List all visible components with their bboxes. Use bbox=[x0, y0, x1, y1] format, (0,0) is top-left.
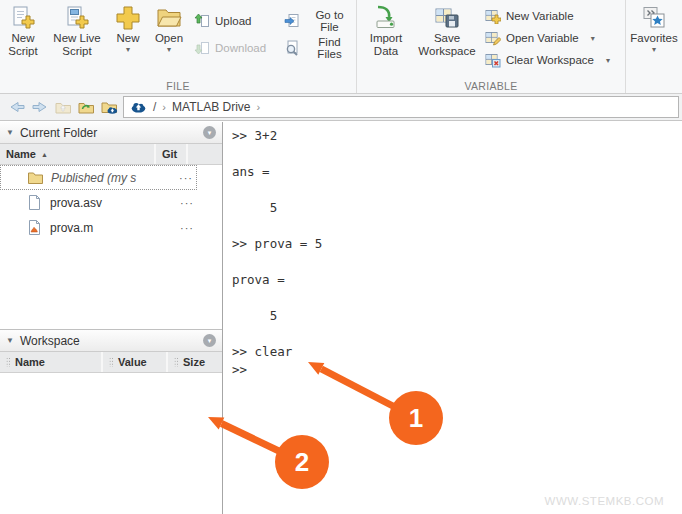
sync-folder-button[interactable] bbox=[74, 97, 97, 117]
go-to-file-icon bbox=[284, 13, 300, 29]
new-live-script-button[interactable]: New Live Script bbox=[46, 3, 108, 58]
command-line: 5 bbox=[232, 199, 682, 217]
new-live-script-label: New Live Script bbox=[47, 32, 107, 58]
current-folder-title: Current Folder bbox=[20, 126, 97, 140]
command-line bbox=[232, 181, 682, 199]
favorites-button[interactable]: Favorites ▾ bbox=[626, 3, 682, 54]
toolstrip: New Script New Live Script New ▾ Open ▾ bbox=[0, 0, 682, 94]
open-variable-button[interactable]: Open Variable ▾ bbox=[485, 29, 623, 47]
download-icon bbox=[194, 40, 210, 56]
clear-workspace-icon bbox=[485, 52, 501, 68]
command-line: >> bbox=[232, 361, 682, 379]
workspace-column-headers: Name Value Size bbox=[0, 352, 222, 373]
find-button-stack: Go to File Find Files bbox=[284, 3, 354, 57]
import-data-label: Import Data bbox=[362, 32, 410, 58]
panel-options-button[interactable]: ▾ bbox=[203, 334, 216, 347]
new-label: New bbox=[116, 32, 139, 45]
new-variable-button[interactable]: New Variable bbox=[485, 7, 623, 25]
annotation-badge-2: 2 bbox=[275, 435, 329, 489]
command-line bbox=[232, 145, 682, 163]
upload-icon bbox=[194, 13, 210, 29]
matlab-online-window: New Script New Live Script New ▾ Open ▾ bbox=[0, 0, 682, 514]
clear-workspace-label: Clear Workspace bbox=[506, 54, 594, 66]
command-line: 5 bbox=[232, 307, 682, 325]
new-script-button[interactable]: New Script bbox=[0, 3, 46, 58]
upload-label: Upload bbox=[215, 15, 251, 27]
row-menu-button[interactable]: ··· bbox=[180, 222, 194, 234]
download-label: Download bbox=[215, 42, 266, 54]
workspace-panel: ▼ Workspace ▾ Name Value Size bbox=[0, 329, 222, 493]
download-button[interactable]: Download bbox=[194, 39, 284, 57]
forward-button[interactable] bbox=[28, 97, 51, 117]
annotation-badge-1: 1 bbox=[389, 391, 443, 445]
column-name-label: Name bbox=[6, 148, 36, 160]
open-button[interactable]: Open ▾ bbox=[148, 3, 190, 54]
workspace-column-name[interactable]: Name bbox=[0, 352, 103, 372]
drag-handle-icon bbox=[109, 357, 113, 367]
new-live-script-icon bbox=[64, 5, 90, 31]
new-variable-label: New Variable bbox=[506, 10, 574, 22]
file-row-prova-asv[interactable]: prova.asv ··· bbox=[0, 190, 197, 215]
chevron-down-icon: ▾ bbox=[167, 46, 171, 54]
import-data-icon bbox=[373, 5, 399, 31]
toolstrip-section-favorites: Favorites ▾ bbox=[626, 0, 682, 93]
file-row-prova-m[interactable]: prova.m ··· bbox=[0, 215, 197, 240]
forward-arrow-icon bbox=[31, 98, 49, 116]
drag-handle-icon bbox=[6, 357, 10, 367]
cloud-folder-button[interactable] bbox=[97, 97, 120, 117]
open-folder-icon bbox=[156, 5, 182, 31]
back-button[interactable] bbox=[5, 97, 28, 117]
back-arrow-icon bbox=[8, 98, 26, 116]
current-folder-panel: ▼ Current Folder ▾ Name ▲ Git Published … bbox=[0, 122, 222, 240]
import-data-button[interactable]: Import Data bbox=[361, 3, 411, 58]
matlab-drive-cloud-icon bbox=[130, 99, 147, 115]
breadcrumb-item-matlab-drive[interactable]: MATLAB Drive bbox=[172, 100, 250, 114]
upload-button[interactable]: Upload bbox=[194, 12, 284, 30]
command-line bbox=[232, 289, 682, 307]
file-section-label: FILE bbox=[0, 80, 356, 92]
new-script-label: New Script bbox=[1, 32, 45, 58]
drag-handle-icon bbox=[174, 357, 178, 367]
open-variable-label: Open Variable bbox=[506, 32, 579, 44]
command-line bbox=[232, 325, 682, 343]
folder-up-icon bbox=[54, 98, 72, 116]
transfer-button-stack: Upload Download bbox=[194, 3, 284, 57]
workspace-column-value[interactable]: Value bbox=[103, 352, 168, 372]
row-menu-button[interactable]: ··· bbox=[180, 197, 194, 209]
workspace-empty-body[interactable] bbox=[0, 373, 222, 493]
new-plus-icon bbox=[115, 5, 141, 31]
command-line: >> 3+2 bbox=[232, 127, 682, 145]
go-to-file-button[interactable]: Go to File bbox=[284, 12, 354, 30]
command-line bbox=[232, 253, 682, 271]
folder-sync-icon bbox=[77, 98, 95, 116]
panel-options-button[interactable]: ▾ bbox=[203, 126, 216, 139]
new-button[interactable]: New ▾ bbox=[108, 3, 148, 54]
file-icon bbox=[26, 194, 43, 211]
new-script-icon bbox=[10, 5, 36, 31]
chevron-down-icon: ▾ bbox=[126, 46, 130, 54]
toolstrip-section-variable: Import Data Save Workspace New Variable … bbox=[357, 0, 626, 93]
file-name: prova.m bbox=[50, 221, 173, 235]
breadcrumb-separator-icon: › bbox=[162, 101, 166, 113]
collapse-triangle-icon[interactable]: ▼ bbox=[6, 336, 14, 345]
find-files-button[interactable]: Find Files bbox=[284, 39, 354, 57]
new-variable-icon bbox=[485, 8, 501, 24]
toolstrip-section-file: New Script New Live Script New ▾ Open ▾ bbox=[0, 0, 357, 93]
workspace-column-size[interactable]: Size bbox=[168, 352, 222, 372]
folder-cloud-icon bbox=[100, 98, 118, 116]
caret-down-icon: ▾ bbox=[208, 337, 212, 344]
clear-workspace-button[interactable]: Clear Workspace ▾ bbox=[485, 51, 623, 69]
parent-folder-button[interactable] bbox=[51, 97, 74, 117]
variable-section-label: VARIABLE bbox=[357, 80, 625, 92]
breadcrumb-root[interactable]: / bbox=[153, 100, 156, 114]
row-menu-button[interactable]: ··· bbox=[179, 172, 193, 184]
column-header-blank[interactable] bbox=[188, 144, 222, 164]
file-row-published[interactable]: Published (my s ··· bbox=[0, 165, 197, 190]
current-folder-column-headers: Name ▲ Git bbox=[0, 144, 222, 165]
column-header-name[interactable]: Name ▲ bbox=[0, 144, 156, 164]
workspace-value-label: Value bbox=[118, 356, 147, 368]
collapse-triangle-icon[interactable]: ▼ bbox=[6, 128, 14, 137]
column-header-git[interactable]: Git bbox=[156, 144, 188, 164]
save-workspace-button[interactable]: Save Workspace bbox=[411, 3, 483, 58]
sort-ascending-icon: ▲ bbox=[41, 151, 48, 158]
